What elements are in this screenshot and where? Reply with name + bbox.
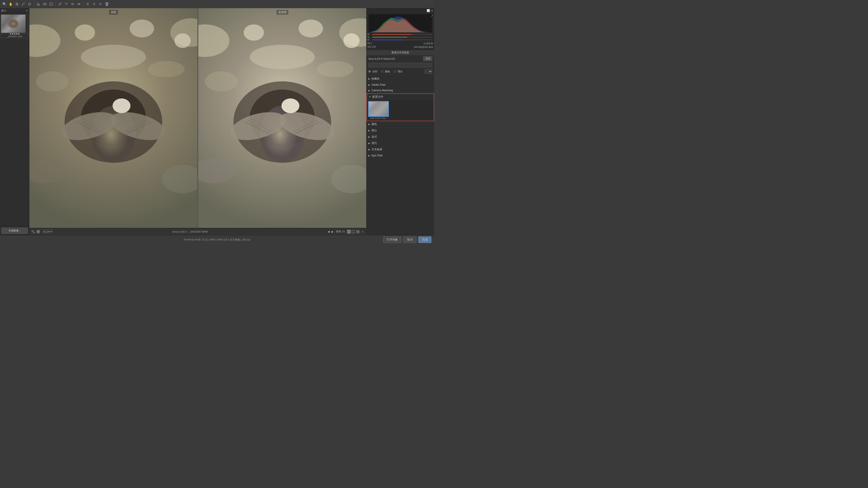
tool-crop[interactable]	[36, 2, 41, 6]
category-bw-header[interactable]: 黑白	[367, 128, 434, 134]
original-panel: 原图	[29, 8, 197, 228]
done-btn[interactable]: 完成	[418, 236, 431, 243]
category-config-header[interactable]: ▼ 配置文件	[367, 94, 434, 100]
category-camera-matching: Camera Matching	[367, 88, 434, 93]
svg-point-39	[113, 99, 130, 113]
sep3	[83, 2, 84, 6]
svg-rect-74	[38, 232, 39, 233]
category-color-header[interactable]: 颜色	[367, 121, 434, 127]
view-compare[interactable]	[347, 230, 351, 234]
chevron-config: ▼	[369, 96, 371, 98]
r-bar	[372, 34, 411, 35]
view-single[interactable]	[351, 230, 355, 234]
toolbar: 🔍 ✋ ↺ ↻ 🗑️	[0, 0, 434, 8]
status-filename: _DSC0597.ARW	[189, 230, 208, 233]
nav-arrows: ◀ ▶	[327, 230, 334, 233]
page-info: 图像 1/1	[336, 230, 345, 233]
status-icon-crop[interactable]	[31, 230, 35, 234]
cancel-btn[interactable]: 取消	[403, 236, 416, 243]
tool-zoom[interactable]: 🔍	[2, 2, 7, 6]
vintage-label: 老式	[371, 135, 377, 139]
tool-targeted[interactable]	[27, 2, 32, 6]
tool-radfilter[interactable]	[70, 2, 75, 6]
film-thumb[interactable]: _DSC0597.ARW	[1, 14, 28, 38]
chevron-favorites	[368, 77, 370, 80]
tool-delete[interactable]: 🗑️	[104, 2, 109, 6]
panel-expand-icon[interactable]: ⬜	[427, 9, 430, 12]
filmstrip-close-icon[interactable]: ✕	[26, 9, 28, 12]
filmstrip-content: _DSC0597.ARW	[0, 13, 29, 226]
config-thumb-img-selected	[368, 101, 389, 117]
config-browser-label: 配置文件浏览器	[392, 51, 409, 54]
action-bar: ProPhoto RGB; 16 位; 3940 x 3940 (15.5 百万…	[0, 235, 434, 244]
b-label: B:	[367, 39, 370, 41]
zoom-selector[interactable]: 36.2% ▾	[42, 230, 53, 233]
g-bar	[372, 37, 407, 37]
tool-undo[interactable]: ↺	[92, 2, 97, 6]
category-artistic: 艺术效果	[367, 147, 434, 153]
svg-rect-75	[347, 230, 349, 233]
panel-close-icon[interactable]: ✕	[431, 9, 433, 12]
tool-whiteb[interactable]	[14, 2, 20, 6]
close-profile-btn[interactable]: 关闭	[423, 56, 432, 61]
category-adobe-raw: Adobe Raw	[367, 82, 434, 88]
filmstrip-panel: 胶片 ✕ _DSC0597.ARW 存储图像...	[0, 8, 29, 235]
color-dropdown[interactable]	[425, 69, 432, 74]
tool-hand[interactable]: ✋	[8, 2, 13, 6]
category-favorites-header[interactable]: 收藏夹	[367, 76, 434, 82]
category-vintage-header[interactable]: 老式	[367, 134, 434, 140]
category-camera-matching-header[interactable]: Camera Matching	[367, 88, 434, 93]
category-adobe-raw-header[interactable]: Adobe Raw	[367, 82, 434, 88]
radio-all-label[interactable]: 全部	[372, 70, 377, 73]
film-dot	[14, 33, 16, 35]
radio-color-label[interactable]: 颜色	[385, 70, 390, 73]
tool-transform[interactable]	[49, 2, 54, 6]
category-config: ▼ 配置文件 Sony ILCE-9 Visi...	[367, 93, 434, 121]
category-artistic-header[interactable]: 艺术效果	[367, 147, 434, 153]
focal-value: 200-600@200 毫米	[414, 46, 433, 49]
radio-bw-indicator	[394, 70, 396, 72]
status-icon-grid[interactable]	[36, 230, 40, 234]
nav-prev[interactable]: ◀	[327, 230, 330, 233]
save-image-button[interactable]: 存储图像...	[1, 228, 28, 234]
radio-bw-label[interactable]: 黑白	[398, 70, 403, 73]
camera-matching-label: Camera Matching	[371, 89, 393, 92]
svg-rect-72	[38, 230, 39, 231]
tool-list[interactable]	[85, 2, 90, 6]
epic-red-label: Epic Red	[371, 154, 382, 157]
svg-rect-69	[32, 230, 33, 231]
tool-gradfilter[interactable]	[64, 2, 69, 6]
status-bar: 36.2% ▾ Sony ILCE-9 – _DSC0597.ARW ◀ ▶ 图…	[29, 228, 366, 235]
filmstrip-header: 胶片 ✕	[0, 8, 29, 13]
hist-expand-btn[interactable]: ⤢	[431, 14, 433, 18]
modern-label: 现代	[371, 141, 377, 145]
tool-redo[interactable]: ↻	[98, 2, 103, 6]
category-modern-header[interactable]: 现代	[367, 140, 434, 146]
film-label: _DSC0597.ARW	[1, 35, 28, 38]
search-input-container[interactable]	[368, 63, 432, 67]
category-epic-red-header[interactable]: Epic Red	[367, 153, 434, 158]
status-center: Sony ILCE-9 – _DSC0597.ARW	[55, 230, 325, 233]
chevron-artistic	[368, 148, 370, 151]
status-camera: Sony ILCE-9	[172, 230, 186, 233]
chevron-modern	[368, 142, 370, 144]
svg-point-44	[75, 24, 95, 41]
svg-rect-76	[349, 230, 350, 233]
config-label: 配置文件	[372, 95, 383, 99]
tool-colorsample[interactable]	[21, 2, 26, 6]
view-more[interactable]: ≡	[361, 230, 365, 234]
view-grid[interactable]	[356, 230, 360, 234]
svg-point-61	[281, 99, 299, 113]
nav-next[interactable]: ▶	[331, 230, 334, 233]
config-thumb-selected[interactable]: Sony ILCE-9 Visi...	[368, 101, 389, 119]
config-browser-btn[interactable]: 配置文件浏览器	[367, 50, 434, 55]
film-dot	[18, 33, 20, 35]
tool-straighten[interactable]	[42, 2, 47, 6]
tool-brush[interactable]	[57, 2, 62, 6]
search-row	[367, 62, 434, 68]
tool-redeye[interactable]	[76, 2, 82, 6]
svg-point-21	[79, 4, 80, 4]
result-panel: 效果图	[198, 8, 366, 228]
open-object-btn[interactable]: 打开对象	[383, 236, 402, 243]
camera-iso: ISO 250 200-600@200 毫米	[367, 46, 433, 49]
